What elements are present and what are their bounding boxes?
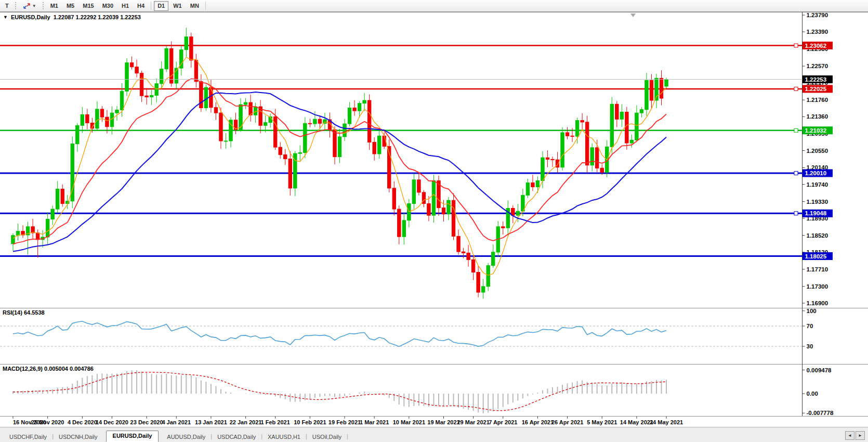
svg-text:-0.007778: -0.007778 bbox=[807, 410, 834, 416]
date-label: 19 Mar 2021 bbox=[427, 419, 459, 425]
candles bbox=[11, 28, 668, 298]
svg-text:1.19330: 1.19330 bbox=[807, 199, 828, 205]
toolbar-grip[interactable] bbox=[42, 2, 45, 10]
macd-panel: 0.0094780.00-0.007778 bbox=[13, 367, 834, 417]
date-label: 5 May 2021 bbox=[587, 419, 617, 425]
date-label: 13 Jan 2021 bbox=[195, 419, 227, 425]
svg-text:100: 100 bbox=[807, 308, 817, 314]
date-label: 23 Dec 2020 bbox=[130, 419, 163, 425]
svg-text:1.21360: 1.21360 bbox=[807, 113, 828, 120]
mt4-window: { "toolbar": { "type_tool_label": "T", "… bbox=[0, 0, 868, 442]
svg-text:0.009478: 0.009478 bbox=[807, 367, 832, 373]
svg-text:1.17710: 1.17710 bbox=[807, 266, 828, 272]
svg-text:1.22570: 1.22570 bbox=[807, 63, 828, 69]
timeframe-button-m30[interactable]: M30 bbox=[99, 1, 117, 11]
rsi-line bbox=[13, 321, 666, 347]
svg-text:0.00: 0.00 bbox=[807, 391, 818, 397]
svg-text:1.23790: 1.23790 bbox=[807, 12, 828, 18]
macd-indicator-label: MACD(12,26,9) 0.005004 0.004786 bbox=[3, 366, 94, 372]
level-handle[interactable] bbox=[794, 128, 798, 132]
svg-text:1.17300: 1.17300 bbox=[807, 283, 828, 290]
chart-canvas[interactable]: 1.237901.233901.229801.225701.221701.217… bbox=[0, 12, 868, 427]
svg-text:1.19048: 1.19048 bbox=[805, 210, 827, 216]
tab-audusd[interactable]: AUDUSD,Daily bbox=[162, 432, 211, 442]
level-handle[interactable] bbox=[794, 171, 798, 175]
chart-title: ▼ EURUSD,Daily 1.22087 1.22292 1.22039 1… bbox=[3, 14, 141, 20]
toolbar-grip[interactable] bbox=[15, 2, 17, 10]
date-label: 14 May 2021 bbox=[620, 419, 653, 425]
svg-text:30: 30 bbox=[807, 343, 813, 349]
svg-text:1.18520: 1.18520 bbox=[807, 232, 828, 239]
ma-fast-line bbox=[13, 57, 666, 275]
svg-text:1.20550: 1.20550 bbox=[807, 148, 828, 154]
symbol-dropdown-icon[interactable]: ▼ bbox=[3, 15, 8, 20]
tab-scroll-controls: ◄ ► bbox=[845, 431, 865, 440]
date-label: 26 Apr 2021 bbox=[551, 419, 583, 425]
date-label: 4 Dec 2020 bbox=[68, 419, 97, 425]
tab-separator: | bbox=[347, 433, 348, 439]
level-handle[interactable] bbox=[794, 44, 798, 47]
svg-text:1.21032: 1.21032 bbox=[805, 127, 827, 134]
timeframe-button-m15[interactable]: M15 bbox=[79, 1, 97, 11]
toolbar-separator bbox=[205, 2, 206, 10]
tab-xauusd[interactable]: XAUUSD,H1 bbox=[262, 432, 306, 442]
rsi-indicator-label: RSI(14) 64.5538 bbox=[3, 309, 45, 316]
cursor-arrows-icon bbox=[23, 3, 31, 9]
tab-scroll-left-button[interactable]: ◄ bbox=[845, 431, 854, 440]
date-label: 22 Jan 2021 bbox=[230, 419, 262, 425]
chart-window[interactable]: 1.237901.233901.229801.225701.221701.217… bbox=[0, 12, 868, 427]
chart-shift-marker[interactable] bbox=[630, 14, 636, 17]
text-tool-button[interactable]: T bbox=[2, 1, 12, 11]
symbol-timeframe-label: EURUSD,Daily bbox=[11, 14, 50, 20]
svg-text:1.20010: 1.20010 bbox=[805, 170, 827, 176]
date-label: 25 Nov 2020 bbox=[31, 419, 64, 425]
timeframe-toolbar: M1M5M15M30H1H4D1W1MN bbox=[46, 1, 203, 11]
svg-text:1.23390: 1.23390 bbox=[807, 29, 828, 35]
date-label: 10 Feb 2021 bbox=[294, 419, 326, 425]
chart-tab-bar: USDCHF,Daily|USDCNH,DailyEURUSD,DailyAUD… bbox=[0, 427, 868, 442]
date-label: 4 Jan 2021 bbox=[162, 419, 191, 425]
timeframe-button-m1[interactable]: M1 bbox=[47, 1, 62, 11]
tab-usdcad[interactable]: USDCAD,Daily bbox=[212, 432, 261, 442]
level-lines[interactable] bbox=[0, 44, 803, 256]
date-label: 10 Mar 2021 bbox=[393, 419, 425, 425]
svg-text:1.19740: 1.19740 bbox=[807, 181, 828, 188]
date-label: 1 Mar 2021 bbox=[360, 419, 389, 425]
svg-text:1.23062: 1.23062 bbox=[805, 43, 827, 49]
timeframe-button-mn[interactable]: MN bbox=[187, 1, 203, 11]
top-toolbar: T ▼ M1M5M15M30H1H4D1W1MN bbox=[0, 0, 868, 12]
price-axis[interactable]: 1.237901.233901.229801.225701.221701.217… bbox=[803, 12, 828, 306]
toolbar-separator bbox=[151, 2, 151, 10]
timeframe-button-d1[interactable]: D1 bbox=[154, 1, 168, 11]
ohlc-values: 1.22087 1.22292 1.22039 1.22253 bbox=[54, 14, 141, 20]
date-label: 14 Dec 2020 bbox=[96, 419, 128, 425]
timeframe-button-h1[interactable]: H1 bbox=[118, 1, 133, 11]
svg-text:70: 70 bbox=[807, 323, 813, 329]
svg-text:1.22025: 1.22025 bbox=[805, 86, 827, 92]
rsi-panel: 1007030 bbox=[0, 308, 817, 349]
tab-eurusd[interactable]: EURUSD,Daily bbox=[106, 431, 159, 442]
macd-signal-line bbox=[13, 372, 666, 411]
timeframe-button-w1[interactable]: W1 bbox=[169, 1, 186, 11]
svg-text:1.22253: 1.22253 bbox=[805, 76, 827, 83]
svg-text:1.21760: 1.21760 bbox=[807, 97, 828, 103]
chart-tabs: USDCHF,Daily|USDCNH,DailyEURUSD,DailyAUD… bbox=[4, 431, 842, 442]
timeframe-button-h4[interactable]: H4 bbox=[134, 1, 148, 11]
date-label: 24 May 2021 bbox=[650, 419, 683, 425]
date-label: 16 Apr 2021 bbox=[522, 419, 554, 425]
tab-usdchf[interactable]: USDCHF,Daily bbox=[4, 432, 52, 442]
date-label: 7 Apr 2021 bbox=[489, 419, 517, 425]
date-axis[interactable]: 16 Nov 202025 Nov 20204 Dec 202014 Dec 2… bbox=[13, 417, 683, 426]
moving-averages bbox=[13, 57, 666, 275]
dropdown-caret-icon: ▼ bbox=[32, 4, 36, 8]
level-handle[interactable] bbox=[794, 87, 798, 90]
tab-scroll-right-button[interactable]: ► bbox=[856, 431, 865, 440]
timeframe-button-m5[interactable]: M5 bbox=[63, 1, 78, 11]
level-handle[interactable] bbox=[794, 212, 798, 215]
cursor-tool-button[interactable]: ▼ bbox=[19, 1, 40, 11]
date-label: 1 Feb 2021 bbox=[261, 419, 290, 425]
date-label: 29 Mar 2021 bbox=[457, 419, 489, 425]
tab-usoil[interactable]: USOil,Daily bbox=[307, 432, 347, 442]
svg-text:1.18025: 1.18025 bbox=[805, 253, 827, 259]
tab-usdcnh[interactable]: USDCNH,Daily bbox=[54, 432, 103, 442]
